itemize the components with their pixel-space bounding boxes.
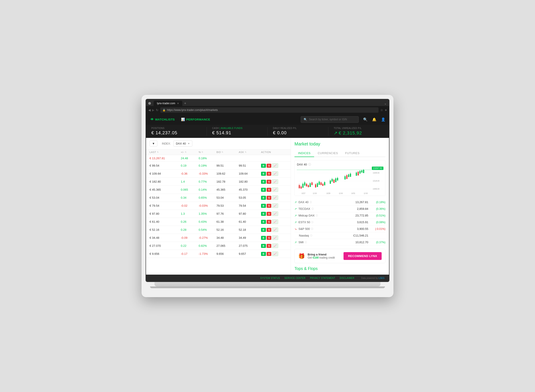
cell-bid: 9.656 — [217, 252, 239, 256]
close-window-button[interactable] — [148, 102, 151, 105]
tab-currencies[interactable]: CURRENCIES — [314, 150, 341, 157]
cell-bid: 182.78 — [217, 180, 239, 183]
buy-button[interactable]: B — [261, 212, 266, 216]
info-icon: ⓘ — [308, 163, 311, 166]
chart-button[interactable]: 📈 — [272, 179, 278, 184]
performance-nav[interactable]: 📊 PERFORMANCE — [180, 114, 211, 124]
chart-button[interactable]: 📈 — [272, 219, 278, 224]
info-icon: ⓘ — [305, 241, 307, 244]
sell-button[interactable]: S — [267, 252, 271, 256]
index-value: C11,546.21 — [348, 234, 368, 237]
buy-button[interactable]: B — [261, 164, 266, 168]
search-bar[interactable]: 🔍 Search by ticker, symbol or ISIN — [301, 116, 359, 123]
cell-last: € 53.04 — [150, 196, 181, 199]
recommend-lynx-button[interactable]: RECOMMEND LYNX — [344, 252, 382, 260]
sell-button[interactable]: S — [267, 220, 271, 224]
action-buttons: B S 📈 — [261, 211, 281, 216]
chart-button[interactable]: 📈 — [272, 235, 278, 240]
chart-button[interactable]: 📈 — [272, 227, 278, 232]
sell-button[interactable]: S — [267, 236, 271, 240]
buy-button[interactable]: B — [261, 252, 266, 256]
footer-disclaimer[interactable]: DISCLAIMER — [340, 277, 355, 279]
cell-ask: 182.80 — [239, 180, 261, 183]
svg-rect-17 — [302, 184, 303, 188]
footer-privacy[interactable]: PRIVACY STATEMENT — [310, 277, 335, 279]
chart-button[interactable]: 📈 — [272, 195, 278, 200]
index-name: TECDAX ⓘ — [298, 207, 348, 210]
cell-change: 24.48 — [181, 157, 199, 160]
forward-icon[interactable]: ▶ — [152, 108, 155, 112]
sell-button[interactable]: S — [267, 188, 271, 192]
cell-bid: 45.365 — [217, 188, 239, 191]
buy-button[interactable]: B — [261, 196, 266, 200]
tab-futures[interactable]: FUTURES — [341, 150, 363, 157]
sell-button[interactable]: S — [267, 204, 271, 208]
cell-last: € 34.48 — [150, 236, 181, 239]
index-dropdown[interactable]: DAX 40 ▼ — [173, 140, 192, 147]
tab-close-icon[interactable]: ✕ — [177, 102, 179, 105]
stat-cash-value: € 514.91 — [212, 130, 262, 135]
cell-change: 0.065 — [181, 188, 199, 191]
action-buttons: B S 📈 — [261, 243, 281, 248]
chart-button[interactable]: 📈 — [272, 252, 278, 256]
search-area: 🔍 Search by ticker, symbol or ISIN 🔍 🔔 👤 — [301, 116, 385, 123]
buy-button[interactable]: B — [261, 228, 266, 232]
tab-indices[interactable]: INDICES — [294, 150, 314, 157]
buy-button[interactable]: B — [261, 180, 266, 184]
cell-last: € 99.54 — [150, 164, 181, 167]
index-name: DAX 40 ⓘ — [298, 201, 348, 204]
col-change[interactable]: +/- ⇅ — [181, 151, 199, 154]
tab-label: lynx-trader.com — [157, 102, 175, 105]
col-bid[interactable]: BID ⇅ — [217, 151, 239, 154]
new-tab-button[interactable]: + — [184, 101, 186, 105]
buy-button[interactable]: B — [261, 220, 266, 224]
sell-button[interactable]: S — [267, 180, 271, 184]
buy-button[interactable]: B — [261, 188, 266, 192]
reload-icon[interactable]: ↻ — [156, 108, 158, 112]
index-pct: (-0.01%) — [371, 227, 385, 230]
footer-system-status[interactable]: SYSTEM STATUS — [260, 277, 280, 279]
arrow-up-icon: ↗ — [294, 214, 297, 217]
user-icon[interactable]: 👤 — [381, 117, 385, 121]
table-row: € 109.64 -0.36 -0.33% 109.62 109.64 B S … — [146, 170, 291, 178]
chart-button[interactable]: 📈 — [272, 203, 278, 208]
sell-button[interactable]: S — [267, 228, 271, 232]
col-ask[interactable]: ASK ⇅ — [239, 151, 261, 154]
sell-button[interactable]: S — [267, 244, 271, 248]
buy-button[interactable]: B — [261, 204, 266, 208]
chart-button[interactable]: 📈 — [272, 243, 278, 248]
chart-button[interactable]: 📈 — [272, 171, 278, 176]
sell-button[interactable]: S — [267, 172, 271, 176]
col-last[interactable]: LAST ⇅ — [150, 151, 181, 154]
url-bar[interactable]: 🔒 https://www.lynx-trader.com/plus/#/mar… — [160, 107, 379, 113]
cell-bid: 27.065 — [217, 244, 239, 247]
chart-button[interactable]: 📈 — [272, 163, 278, 168]
search-placeholder: Search by ticker, symbol or ISIN — [309, 118, 347, 121]
watchlists-nav[interactable]: 👁 WATCHLISTS — [150, 114, 176, 124]
buy-button[interactable]: B — [261, 172, 266, 176]
action-buttons: B S 📈 — [261, 171, 281, 176]
action-buttons: B S 📈 — [261, 179, 281, 184]
active-tab[interactable]: lynx-trader.com ✕ — [154, 101, 182, 106]
col-pct[interactable]: % ⇅ — [199, 151, 217, 154]
chart-button[interactable]: 📈 — [272, 211, 278, 216]
bookmark-icon[interactable]: ☆ — [380, 108, 383, 112]
browser-menu-button[interactable]: ≡ — [385, 108, 387, 112]
cell-change: -0.36 — [181, 172, 199, 175]
stat-cash-label: CASH | AVAILABLE FUNDS — [212, 127, 262, 129]
browser-actions: ☆ ≡ — [380, 108, 387, 112]
back-icon[interactable]: ◀ — [148, 108, 151, 112]
notification-icon[interactable]: 🔔 — [372, 117, 377, 121]
sell-button[interactable]: S — [267, 196, 271, 200]
footer-service-center[interactable]: SERVICE CENTER — [284, 277, 306, 279]
sell-button[interactable]: S — [267, 164, 271, 168]
search-icon-btn[interactable]: 🔍 — [363, 117, 368, 121]
filter-dropdown[interactable]: ▼ — [150, 140, 157, 147]
cell-last: € 61.40 — [150, 220, 181, 223]
cell-ask: 9.657 — [239, 252, 261, 256]
buy-button[interactable]: B — [261, 244, 266, 248]
sell-button[interactable]: S — [267, 212, 271, 216]
browser-menu-icon[interactable]: ⌄ — [384, 102, 387, 105]
chart-button[interactable]: 📈 — [272, 187, 278, 192]
buy-button[interactable]: B — [261, 236, 266, 240]
